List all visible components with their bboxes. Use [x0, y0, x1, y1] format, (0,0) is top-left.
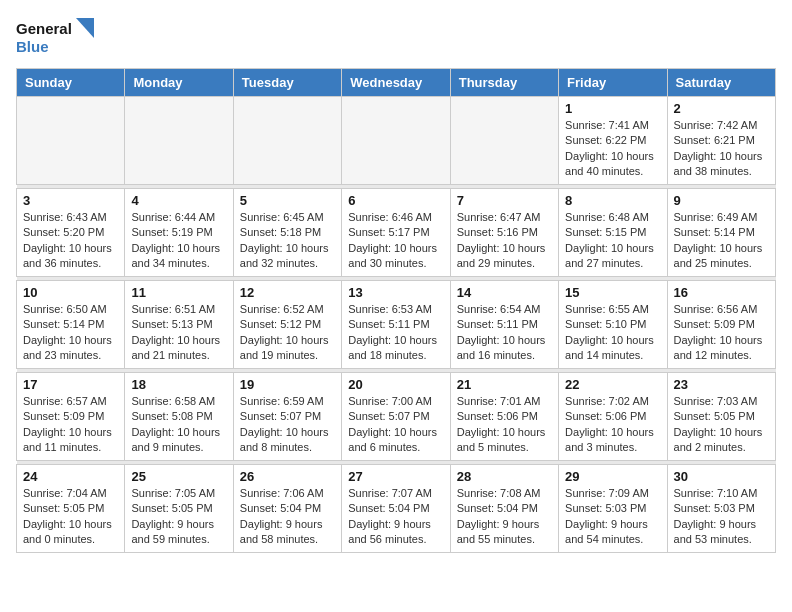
calendar-cell: 13Sunrise: 6:53 AM Sunset: 5:11 PM Dayli… — [342, 281, 450, 369]
day-number: 11 — [131, 285, 226, 300]
svg-text:Blue: Blue — [16, 38, 49, 55]
calendar-cell: 21Sunrise: 7:01 AM Sunset: 5:06 PM Dayli… — [450, 373, 558, 461]
day-number: 18 — [131, 377, 226, 392]
calendar-cell — [450, 97, 558, 185]
weekday-header: Friday — [559, 69, 667, 97]
day-info: Sunrise: 6:59 AM Sunset: 5:07 PM Dayligh… — [240, 394, 335, 456]
calendar-cell: 6Sunrise: 6:46 AM Sunset: 5:17 PM Daylig… — [342, 189, 450, 277]
calendar-cell: 16Sunrise: 6:56 AM Sunset: 5:09 PM Dayli… — [667, 281, 775, 369]
day-info: Sunrise: 6:58 AM Sunset: 5:08 PM Dayligh… — [131, 394, 226, 456]
day-info: Sunrise: 6:49 AM Sunset: 5:14 PM Dayligh… — [674, 210, 769, 272]
logo-svg: General Blue — [16, 16, 96, 60]
day-info: Sunrise: 7:07 AM Sunset: 5:04 PM Dayligh… — [348, 486, 443, 548]
day-number: 28 — [457, 469, 552, 484]
calendar-cell: 27Sunrise: 7:07 AM Sunset: 5:04 PM Dayli… — [342, 465, 450, 553]
day-info: Sunrise: 6:54 AM Sunset: 5:11 PM Dayligh… — [457, 302, 552, 364]
day-info: Sunrise: 7:08 AM Sunset: 5:04 PM Dayligh… — [457, 486, 552, 548]
svg-text:General: General — [16, 20, 72, 37]
weekday-header: Monday — [125, 69, 233, 97]
calendar-week-row: 24Sunrise: 7:04 AM Sunset: 5:05 PM Dayli… — [17, 465, 776, 553]
calendar-cell — [125, 97, 233, 185]
day-info: Sunrise: 6:44 AM Sunset: 5:19 PM Dayligh… — [131, 210, 226, 272]
day-number: 22 — [565, 377, 660, 392]
day-number: 25 — [131, 469, 226, 484]
day-number: 15 — [565, 285, 660, 300]
calendar-cell: 14Sunrise: 6:54 AM Sunset: 5:11 PM Dayli… — [450, 281, 558, 369]
day-number: 2 — [674, 101, 769, 116]
day-number: 9 — [674, 193, 769, 208]
calendar-week-row: 10Sunrise: 6:50 AM Sunset: 5:14 PM Dayli… — [17, 281, 776, 369]
weekday-header: Sunday — [17, 69, 125, 97]
calendar-cell: 12Sunrise: 6:52 AM Sunset: 5:12 PM Dayli… — [233, 281, 341, 369]
day-number: 20 — [348, 377, 443, 392]
weekday-header: Thursday — [450, 69, 558, 97]
day-info: Sunrise: 7:01 AM Sunset: 5:06 PM Dayligh… — [457, 394, 552, 456]
calendar-cell: 26Sunrise: 7:06 AM Sunset: 5:04 PM Dayli… — [233, 465, 341, 553]
day-number: 5 — [240, 193, 335, 208]
day-info: Sunrise: 6:51 AM Sunset: 5:13 PM Dayligh… — [131, 302, 226, 364]
day-info: Sunrise: 6:57 AM Sunset: 5:09 PM Dayligh… — [23, 394, 118, 456]
day-number: 13 — [348, 285, 443, 300]
calendar-cell: 30Sunrise: 7:10 AM Sunset: 5:03 PM Dayli… — [667, 465, 775, 553]
day-number: 12 — [240, 285, 335, 300]
calendar-cell: 5Sunrise: 6:45 AM Sunset: 5:18 PM Daylig… — [233, 189, 341, 277]
calendar-cell: 18Sunrise: 6:58 AM Sunset: 5:08 PM Dayli… — [125, 373, 233, 461]
day-info: Sunrise: 7:09 AM Sunset: 5:03 PM Dayligh… — [565, 486, 660, 548]
day-info: Sunrise: 6:47 AM Sunset: 5:16 PM Dayligh… — [457, 210, 552, 272]
calendar-cell: 19Sunrise: 6:59 AM Sunset: 5:07 PM Dayli… — [233, 373, 341, 461]
day-info: Sunrise: 6:52 AM Sunset: 5:12 PM Dayligh… — [240, 302, 335, 364]
day-number: 23 — [674, 377, 769, 392]
logo: General Blue — [16, 16, 96, 60]
svg-marker-2 — [76, 18, 94, 38]
calendar-cell: 10Sunrise: 6:50 AM Sunset: 5:14 PM Dayli… — [17, 281, 125, 369]
day-number: 4 — [131, 193, 226, 208]
day-number: 24 — [23, 469, 118, 484]
calendar-cell — [342, 97, 450, 185]
calendar-cell: 15Sunrise: 6:55 AM Sunset: 5:10 PM Dayli… — [559, 281, 667, 369]
calendar-cell: 23Sunrise: 7:03 AM Sunset: 5:05 PM Dayli… — [667, 373, 775, 461]
calendar-cell: 28Sunrise: 7:08 AM Sunset: 5:04 PM Dayli… — [450, 465, 558, 553]
day-info: Sunrise: 6:48 AM Sunset: 5:15 PM Dayligh… — [565, 210, 660, 272]
calendar-cell: 1Sunrise: 7:41 AM Sunset: 6:22 PM Daylig… — [559, 97, 667, 185]
day-info: Sunrise: 7:04 AM Sunset: 5:05 PM Dayligh… — [23, 486, 118, 548]
calendar-body: 1Sunrise: 7:41 AM Sunset: 6:22 PM Daylig… — [17, 97, 776, 553]
day-number: 16 — [674, 285, 769, 300]
day-info: Sunrise: 7:10 AM Sunset: 5:03 PM Dayligh… — [674, 486, 769, 548]
day-number: 21 — [457, 377, 552, 392]
weekday-header: Wednesday — [342, 69, 450, 97]
day-number: 7 — [457, 193, 552, 208]
calendar-cell: 20Sunrise: 7:00 AM Sunset: 5:07 PM Dayli… — [342, 373, 450, 461]
day-info: Sunrise: 6:43 AM Sunset: 5:20 PM Dayligh… — [23, 210, 118, 272]
day-info: Sunrise: 6:46 AM Sunset: 5:17 PM Dayligh… — [348, 210, 443, 272]
calendar-week-row: 1Sunrise: 7:41 AM Sunset: 6:22 PM Daylig… — [17, 97, 776, 185]
calendar-cell: 3Sunrise: 6:43 AM Sunset: 5:20 PM Daylig… — [17, 189, 125, 277]
day-info: Sunrise: 7:42 AM Sunset: 6:21 PM Dayligh… — [674, 118, 769, 180]
weekday-header: Saturday — [667, 69, 775, 97]
day-number: 27 — [348, 469, 443, 484]
day-info: Sunrise: 6:53 AM Sunset: 5:11 PM Dayligh… — [348, 302, 443, 364]
calendar-week-row: 17Sunrise: 6:57 AM Sunset: 5:09 PM Dayli… — [17, 373, 776, 461]
day-info: Sunrise: 6:56 AM Sunset: 5:09 PM Dayligh… — [674, 302, 769, 364]
day-info: Sunrise: 7:05 AM Sunset: 5:05 PM Dayligh… — [131, 486, 226, 548]
day-number: 30 — [674, 469, 769, 484]
calendar-cell: 25Sunrise: 7:05 AM Sunset: 5:05 PM Dayli… — [125, 465, 233, 553]
calendar-cell: 7Sunrise: 6:47 AM Sunset: 5:16 PM Daylig… — [450, 189, 558, 277]
calendar-table: SundayMondayTuesdayWednesdayThursdayFrid… — [16, 68, 776, 553]
day-number: 19 — [240, 377, 335, 392]
day-number: 29 — [565, 469, 660, 484]
day-info: Sunrise: 7:02 AM Sunset: 5:06 PM Dayligh… — [565, 394, 660, 456]
calendar-cell: 8Sunrise: 6:48 AM Sunset: 5:15 PM Daylig… — [559, 189, 667, 277]
calendar-cell — [233, 97, 341, 185]
calendar-header-row: SundayMondayTuesdayWednesdayThursdayFrid… — [17, 69, 776, 97]
calendar-cell: 9Sunrise: 6:49 AM Sunset: 5:14 PM Daylig… — [667, 189, 775, 277]
calendar-cell: 17Sunrise: 6:57 AM Sunset: 5:09 PM Dayli… — [17, 373, 125, 461]
day-number: 14 — [457, 285, 552, 300]
day-info: Sunrise: 7:03 AM Sunset: 5:05 PM Dayligh… — [674, 394, 769, 456]
day-number: 3 — [23, 193, 118, 208]
calendar-week-row: 3Sunrise: 6:43 AM Sunset: 5:20 PM Daylig… — [17, 189, 776, 277]
calendar-cell: 4Sunrise: 6:44 AM Sunset: 5:19 PM Daylig… — [125, 189, 233, 277]
calendar-cell: 2Sunrise: 7:42 AM Sunset: 6:21 PM Daylig… — [667, 97, 775, 185]
day-info: Sunrise: 6:45 AM Sunset: 5:18 PM Dayligh… — [240, 210, 335, 272]
calendar-cell: 11Sunrise: 6:51 AM Sunset: 5:13 PM Dayli… — [125, 281, 233, 369]
calendar-cell: 24Sunrise: 7:04 AM Sunset: 5:05 PM Dayli… — [17, 465, 125, 553]
